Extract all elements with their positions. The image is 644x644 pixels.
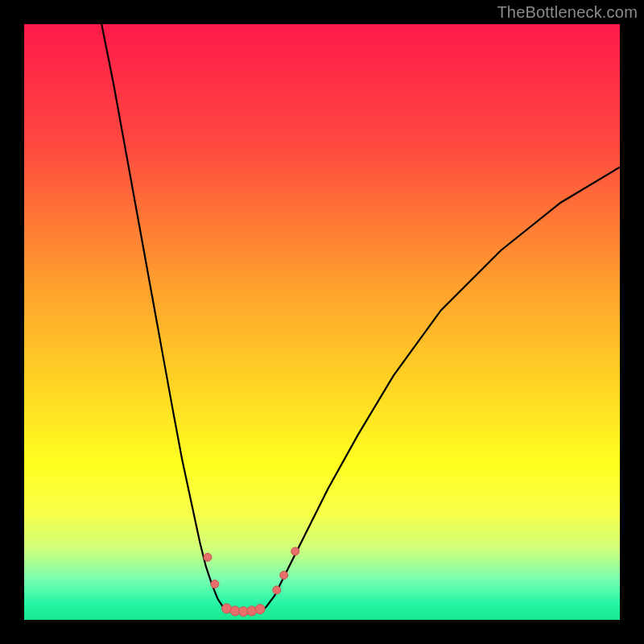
outer-frame: TheBottleneck.com <box>0 0 644 644</box>
data-marker <box>291 547 299 555</box>
marker-group <box>204 547 299 617</box>
data-marker <box>255 605 265 614</box>
data-marker <box>211 580 219 588</box>
curve-right <box>266 167 620 609</box>
chart-svg <box>24 24 620 620</box>
data-marker <box>273 586 281 594</box>
watermark-text: TheBottleneck.com <box>497 3 638 22</box>
curve-left <box>101 24 224 608</box>
data-marker <box>204 553 212 561</box>
data-marker <box>280 572 288 580</box>
